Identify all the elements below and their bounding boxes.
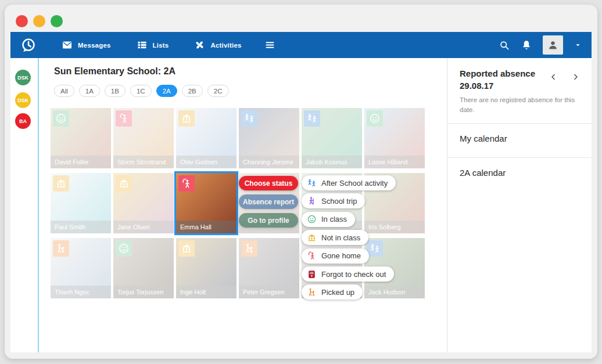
filter-chip-1b[interactable]: 1B <box>105 85 126 97</box>
student-card-jakob-kosinus[interactable]: Jakob Kosinus <box>302 108 362 168</box>
student-name: Inge Holt <box>176 286 236 298</box>
filter-chip-2c[interactable]: 2C <box>207 85 229 97</box>
sidebar-divider <box>447 157 592 158</box>
student-name: Peter Gregsen <box>239 286 299 298</box>
gone-home-icon <box>178 175 195 192</box>
not-in-class-icon <box>116 175 132 192</box>
rail-badge-dsk-0[interactable]: DSK <box>15 70 31 85</box>
status-option-label: After School activity <box>321 179 388 188</box>
page-title: Sun Elementary School: 2A <box>54 66 175 77</box>
filter-chip-2a[interactable]: 2A <box>156 85 177 97</box>
reported-absence-date: 29.08.17 <box>460 80 547 92</box>
no-absence-message: There are no registred absence for this … <box>460 95 583 116</box>
picked-up-icon <box>241 240 257 257</box>
nav-item-label: Lists <box>153 42 169 49</box>
nav-item-lists[interactable]: Lists <box>137 39 169 51</box>
zoom-window-button[interactable] <box>51 15 63 27</box>
student-name: Jane Olsen <box>113 221 174 233</box>
student-name: Iris Solberg <box>364 221 425 233</box>
in-class-icon <box>116 240 132 257</box>
student-name: Thanh Ngoc <box>51 286 111 298</box>
student-card-lasse-h-land[interactable]: Lasse Håland <box>364 108 425 168</box>
minimize-window-button[interactable] <box>33 15 45 27</box>
student-name: Paul Smith <box>51 221 111 233</box>
close-window-button[interactable] <box>16 15 28 27</box>
status-option-label: Forgot to check out <box>321 270 386 279</box>
not-in-class-icon <box>178 240 195 257</box>
top-navbar: MessagesListsActivities <box>10 32 592 58</box>
class-calendar-item[interactable]: 2A calendar <box>460 168 506 178</box>
filter-chip-1c[interactable]: 1C <box>130 85 152 97</box>
status-option-school-trip[interactable]: School trip <box>302 193 365 208</box>
pinwheel-icon <box>194 39 205 51</box>
envelope-icon <box>62 39 73 51</box>
after-school-icon <box>304 110 320 127</box>
after-school-icon <box>241 110 257 127</box>
window-titlebar <box>5 5 597 32</box>
student-card-storm-storstrand[interactable]: Storm Storstrand <box>113 108 174 168</box>
status-option-after-school[interactable]: After School activity <box>302 175 396 190</box>
absence-report-button[interactable]: Absence report <box>239 194 298 209</box>
filter-chip-1a[interactable]: 1A <box>79 85 100 97</box>
status-option-label: Picked up <box>321 288 354 297</box>
search-icon[interactable] <box>499 39 510 51</box>
rail-badge-dsk-1[interactable]: DSK <box>15 92 31 108</box>
notifications-bell-icon[interactable] <box>521 39 532 51</box>
my-calendar-item[interactable]: My calendar <box>460 134 507 143</box>
student-card-inge-holt[interactable]: Inge Holt <box>176 238 236 298</box>
status-option-label: In class <box>321 215 347 224</box>
go-to-profile-button[interactable]: Go to profile <box>239 213 298 228</box>
student-card-peter-gregsen[interactable]: Peter Gregsen <box>239 238 299 298</box>
status-option-label: Not in class <box>321 233 360 242</box>
after-school-icon <box>307 178 317 188</box>
status-option-picked-up[interactable]: Picked up <box>302 284 363 300</box>
student-name: Emma Hall <box>176 221 236 233</box>
student-card-channing-jerome[interactable]: Channing Jerome <box>239 108 299 168</box>
in-class-icon <box>53 110 69 127</box>
not-in-class-icon <box>178 110 195 127</box>
student-name: David Foller <box>51 156 111 168</box>
student-name: Jack Hudson <box>364 286 425 298</box>
status-option-gone-home[interactable]: Gone home <box>302 248 369 264</box>
nav-item-messages[interactable]: Messages <box>62 39 111 51</box>
clock-logo-icon[interactable] <box>20 37 37 54</box>
rail-badge-ba-2[interactable]: BA <box>15 113 31 129</box>
gone-home-icon <box>307 251 317 261</box>
student-card-jane-olsen[interactable]: Jane Olsen <box>113 173 174 233</box>
student-name: Channing Jerome <box>239 156 299 168</box>
student-name: Olav Godsen <box>176 156 236 168</box>
status-option-in-class[interactable]: In class <box>302 212 355 227</box>
choose-status-button[interactable]: Choose status <box>239 176 298 190</box>
student-card-paul-smith[interactable]: Paul Smith <box>51 173 111 233</box>
list-icon <box>137 39 148 51</box>
student-card-torjus-torjussen[interactable]: Torjus Torjussen <box>113 238 174 298</box>
user-avatar-button[interactable] <box>543 35 563 55</box>
chevron-left-icon[interactable] <box>546 70 560 84</box>
filter-chip-all[interactable]: All <box>54 85 74 97</box>
rail-divider <box>38 58 39 352</box>
in-class-icon <box>307 214 317 224</box>
nav-item-activities[interactable]: Activities <box>194 39 241 51</box>
right-sidebar: Reported absence 29.08.17 There are no r… <box>447 58 592 352</box>
user-avatar-icon <box>547 39 559 51</box>
app-screenshot: MessagesListsActivities <box>0 0 602 364</box>
status-option-not-in-class[interactable]: Not in class <box>302 230 368 245</box>
school-trip-icon <box>307 196 317 206</box>
reported-absence-title: Reported absence <box>460 67 547 80</box>
status-option-forgot-checkout[interactable]: Forgot to check out <box>302 266 394 282</box>
gone-home-icon <box>116 110 132 127</box>
class-filter-chips: All1A1B1C2A2B2C <box>54 85 229 97</box>
student-card-thanh-ngoc[interactable]: Thanh Ngoc <box>51 238 111 298</box>
hamburger-icon[interactable] <box>264 39 276 51</box>
student-card-emma-hall[interactable]: Emma Hall <box>176 173 236 233</box>
app-frame: MessagesListsActivities <box>10 32 592 352</box>
student-card-olav-godsen[interactable]: Olav Godsen <box>176 108 236 168</box>
filter-chip-2b[interactable]: 2B <box>182 85 203 97</box>
forgot-checkout-icon <box>307 269 317 279</box>
chevron-right-icon[interactable] <box>568 70 582 84</box>
student-name: Lasse Håland <box>364 156 425 168</box>
chevron-down-icon[interactable] <box>574 41 582 49</box>
after-school-icon <box>367 240 383 257</box>
not-in-class-icon <box>53 175 69 192</box>
student-card-david-foller[interactable]: David Foller <box>51 108 111 168</box>
